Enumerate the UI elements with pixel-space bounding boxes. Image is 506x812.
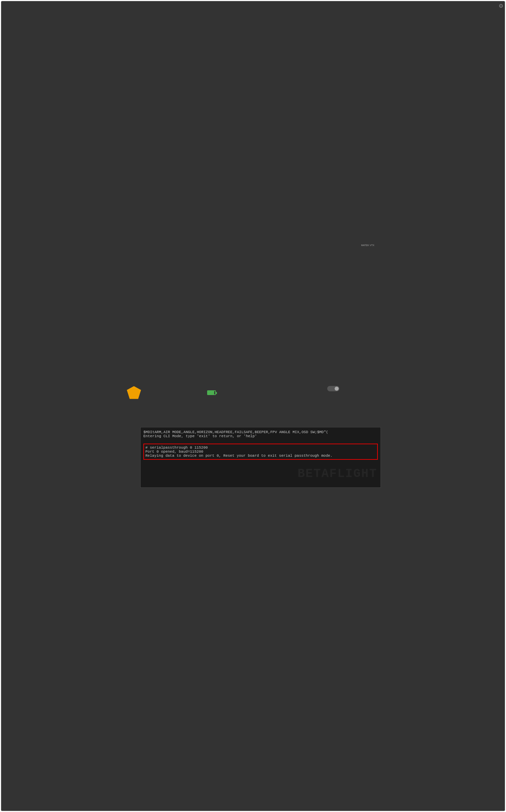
cli-command-box: # serialpassthrough 0 115200 Port 0 open… <box>143 444 378 460</box>
bf-section: BF serialpassthrough VTX-HV Bootloader M… <box>121 204 385 369</box>
cli-area[interactable]: $MDItARM,AIR MODE,ANGLE,HORIZON,HEADFREE… <box>140 427 381 488</box>
cli-watermark: BETAFLIGHT <box>298 467 377 481</box>
cli-relay: Relaying data to device on port 0, Reset… <box>145 454 376 458</box>
cli-line2: Entering CLI Mode, type 'exit' to return… <box>143 434 378 438</box>
battery-icon <box>207 390 216 395</box>
toggle-switch[interactable] <box>327 386 339 391</box>
cli-line1: $MDItARM,AIR MODE,ANGLE,HORIZON,HEADFREE… <box>143 430 378 434</box>
vtx-small-board: MATEK VTX <box>351 232 385 259</box>
cli-port: Port 0 opened, baud=115200 <box>145 450 376 454</box>
cli-cmd: # serialpassthrough 0 115200 <box>145 446 376 450</box>
bf-boards: MATEK VTX FC Uart TX - VTX RX FC Uart RX… <box>283 223 385 292</box>
bf-logo-icon <box>127 386 141 399</box>
